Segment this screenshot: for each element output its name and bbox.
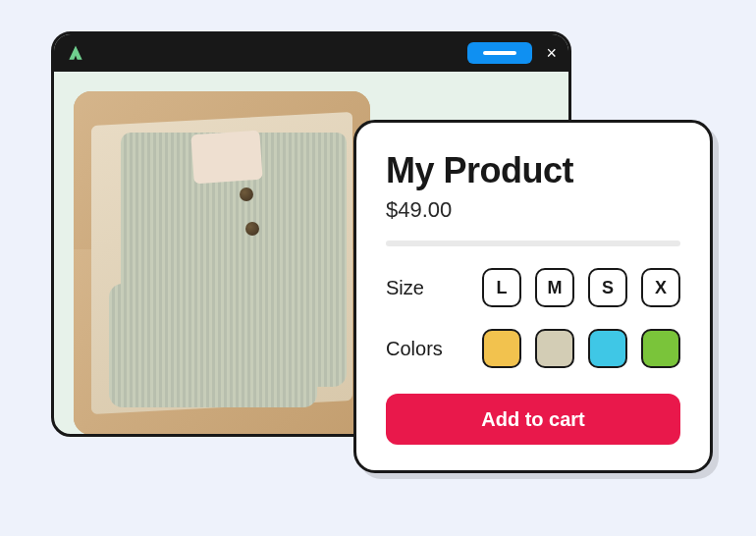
color-options [482, 329, 680, 368]
size-option-s[interactable]: S [588, 268, 627, 307]
size-option-m[interactable]: M [535, 268, 574, 307]
add-to-cart-button[interactable]: Add to cart [386, 394, 680, 445]
size-option-l[interactable]: L [482, 268, 521, 307]
color-swatch-1[interactable] [482, 329, 521, 368]
product-price: $49.00 [386, 197, 680, 223]
colors-label: Colors [386, 338, 443, 360]
size-options: L M S X [482, 268, 680, 307]
app-logo-icon [66, 43, 85, 63]
product-card: My Product $49.00 Size L M S X Colors Ad… [353, 120, 713, 473]
size-option-x[interactable]: X [641, 268, 680, 307]
window-action-button[interactable] [467, 42, 532, 64]
close-icon[interactable]: × [546, 44, 557, 62]
titlebar: × [54, 34, 568, 72]
color-swatch-3[interactable] [588, 329, 627, 368]
color-swatch-4[interactable] [641, 329, 680, 368]
size-label: Size [386, 277, 424, 299]
divider [386, 241, 680, 246]
color-swatch-2[interactable] [535, 329, 574, 368]
product-title: My Product [386, 150, 680, 191]
product-image [74, 91, 370, 435]
